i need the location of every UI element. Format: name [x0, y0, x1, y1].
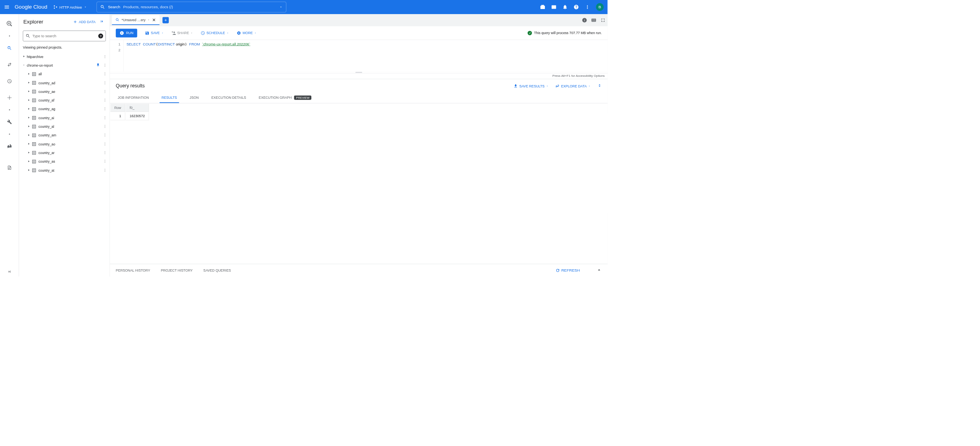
- help-icon[interactable]: ?: [98, 34, 103, 38]
- more-vert-icon[interactable]: ⋮: [102, 160, 108, 163]
- tab-execution-details[interactable]: EXECUTION DETAILS: [209, 92, 248, 103]
- hamburger-icon[interactable]: [4, 4, 10, 10]
- tab-results[interactable]: RESULTS: [160, 92, 179, 103]
- gcp-logo[interactable]: Google Cloud: [15, 4, 47, 10]
- tree-dataset[interactable]: country_ar ⋮: [19, 149, 109, 157]
- tree-project-chrome-ux-report[interactable]: chrome-ux-report ⋮: [19, 61, 109, 70]
- expand-collapse-icon[interactable]: [597, 83, 602, 89]
- query-icon: [115, 18, 120, 22]
- tree-project-httparchive[interactable]: httparchive ⋮: [19, 52, 109, 61]
- nav-data-transfer[interactable]: [4, 60, 14, 70]
- explore-data-button[interactable]: EXPLORE DATA: [555, 84, 590, 88]
- tab-personal-history[interactable]: PERSONAL HISTORY: [116, 268, 150, 272]
- expand-icon[interactable]: [26, 169, 32, 172]
- more-vert-icon[interactable]: ⋮: [102, 81, 108, 85]
- more-vert-icon[interactable]: ⋮: [102, 116, 108, 120]
- refresh-button[interactable]: REFRESH: [556, 268, 580, 272]
- nav-admin[interactable]: [4, 117, 14, 127]
- explorer-search-input[interactable]: [32, 34, 96, 38]
- svg-point-47: [35, 143, 35, 144]
- chevron-up-icon[interactable]: [596, 267, 602, 274]
- table-row[interactable]: 1 16230572: [110, 112, 149, 120]
- new-tab-button[interactable]: [162, 17, 169, 23]
- more-vert-icon[interactable]: ⋮: [102, 142, 108, 146]
- nav-scheduled-queries[interactable]: [4, 76, 14, 86]
- expand-icon[interactable]: [26, 142, 32, 146]
- expand-icon[interactable]: [26, 151, 32, 155]
- sql-editor[interactable]: 1 2 SELECT COUNT(DISTINCT origin) FROM `…: [110, 40, 608, 72]
- tree-dataset[interactable]: country_at ⋮: [19, 166, 109, 174]
- save-results-button[interactable]: SAVE RESULTS: [514, 84, 548, 88]
- tree-dataset[interactable]: country_ai ⋮: [19, 114, 109, 122]
- tab-project-history[interactable]: PROJECT HISTORY: [161, 268, 193, 272]
- notifications-icon[interactable]: [562, 4, 568, 10]
- expand-icon[interactable]: [26, 81, 32, 85]
- help-icon[interactable]: [574, 4, 579, 10]
- cloud-shell-icon[interactable]: [551, 4, 557, 10]
- svg-point-36: [33, 126, 34, 126]
- add-data-button[interactable]: ADD DATA: [73, 20, 95, 24]
- nav-sql-workspace[interactable]: [4, 43, 14, 53]
- more-vert-icon[interactable]: ⋮: [102, 98, 108, 102]
- collapse-explorer-icon[interactable]: [98, 18, 105, 26]
- search-bar[interactable]: Search Products, resources, docs (/): [97, 2, 286, 12]
- tree-dataset[interactable]: country_ae ⋮: [19, 87, 109, 96]
- more-button[interactable]: MORE: [237, 31, 257, 35]
- svg-point-16: [33, 91, 34, 91]
- avatar[interactable]: B: [596, 3, 604, 11]
- nav-bi-engine[interactable]: [4, 141, 14, 151]
- more-vert-icon[interactable]: ⋮: [102, 169, 108, 172]
- expand-icon[interactable]: [21, 55, 27, 59]
- editor-tab[interactable]: *Unsaved …ery: [112, 15, 160, 25]
- collapse-icon[interactable]: [21, 63, 27, 67]
- more-vert-icon[interactable]: ⋮: [102, 72, 108, 76]
- tree-dataset[interactable]: country_al ⋮: [19, 122, 109, 131]
- expand-icon[interactable]: [26, 160, 32, 163]
- gift-icon[interactable]: [540, 4, 545, 10]
- more-vert-icon[interactable]: ⋮: [102, 151, 108, 155]
- more-vert-icon[interactable]: ⋮: [102, 90, 108, 94]
- tab-job-information[interactable]: JOB INFORMATION: [116, 92, 151, 103]
- fullscreen-icon[interactable]: [600, 18, 606, 23]
- project-selector[interactable]: HTTP Archive: [53, 5, 87, 9]
- explorer-search[interactable]: ?: [23, 31, 106, 41]
- tree-dataset[interactable]: country_as ⋮: [19, 157, 109, 166]
- more-vert-icon[interactable]: ⋮: [102, 125, 108, 129]
- more-vert-icon[interactable]: ⋮: [102, 133, 108, 137]
- expand-icon[interactable]: [26, 72, 32, 76]
- more-vert-icon[interactable]: ⋮: [102, 63, 108, 67]
- tree-dataset[interactable]: country_ag ⋮: [19, 105, 109, 113]
- more-vert-icon[interactable]: ⋮: [102, 107, 108, 111]
- tab-json[interactable]: JSON: [188, 92, 200, 103]
- expand-icon[interactable]: [26, 133, 32, 137]
- expand-icon[interactable]: [26, 125, 32, 129]
- keyboard-icon[interactable]: [591, 18, 597, 23]
- tree-dataset[interactable]: all ⋮: [19, 70, 109, 78]
- expand-icon[interactable]: [26, 116, 32, 120]
- tab-execution-graph[interactable]: EXECUTION GRAPH PREVIEW: [257, 92, 313, 103]
- expand-icon[interactable]: [26, 90, 32, 94]
- save-button[interactable]: SAVE: [145, 31, 164, 35]
- share-button[interactable]: SHARE: [171, 31, 193, 35]
- more-vert-icon[interactable]: ⋮: [102, 55, 108, 59]
- tree-dataset[interactable]: country_af ⋮: [19, 96, 109, 105]
- info-icon[interactable]: [582, 18, 587, 23]
- close-icon[interactable]: [152, 18, 156, 22]
- dropdown-icon[interactable]: [148, 18, 150, 21]
- tree-dataset[interactable]: country_ad ⋮: [19, 78, 109, 87]
- nav-analytics-hub[interactable]: [4, 93, 14, 103]
- expand-icon[interactable]: [26, 107, 32, 111]
- tree-dataset[interactable]: country_ao ⋮: [19, 140, 109, 149]
- more-vert-icon[interactable]: [585, 4, 590, 10]
- code-area[interactable]: SELECT COUNT(DISTINCT origin) FROM `chro…: [124, 40, 253, 72]
- pin-icon[interactable]: [96, 63, 100, 68]
- expand-icon[interactable]: [26, 98, 32, 102]
- svg-point-61: [33, 170, 34, 170]
- nav-bigquery-logo[interactable]: [4, 19, 14, 29]
- run-button[interactable]: RUN: [116, 29, 137, 37]
- nav-expand-icon[interactable]: [4, 267, 14, 277]
- schedule-button[interactable]: SCHEDULE: [200, 31, 229, 35]
- nav-capacity[interactable]: [4, 163, 14, 172]
- tab-saved-queries[interactable]: SAVED QUERIES: [203, 268, 231, 272]
- tree-dataset[interactable]: country_am ⋮: [19, 131, 109, 140]
